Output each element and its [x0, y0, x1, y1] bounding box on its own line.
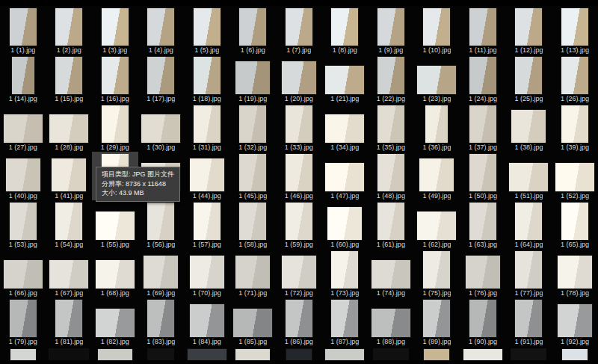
file-item[interactable]: 1 (9).jpg [368, 6, 414, 55]
file-item[interactable]: 1 (46).jpg [276, 152, 322, 200]
file-item[interactable]: 1 (21).jpg [322, 55, 369, 103]
file-item[interactable]: 1 (77).jpg [506, 249, 552, 297]
file-item[interactable]: 1 (54).jpg [46, 200, 93, 249]
file-item[interactable]: 1 (13).jpg [552, 6, 598, 55]
file-item[interactable]: 1 (5).jpg [184, 6, 230, 55]
file-item[interactable]: 1 (68).jpg [92, 249, 138, 297]
file-item[interactable]: 1 (51).jpg [506, 152, 552, 200]
file-item[interactable]: 1 (62).jpg [414, 200, 460, 249]
file-item[interactable]: 1 (6).jpg [230, 6, 277, 55]
file-item[interactable]: 1 (11).jpg [460, 6, 506, 55]
file-item[interactable]: 1 (88).jpg [368, 297, 414, 346]
file-item[interactable]: 1 (16).jpg [92, 55, 138, 103]
grid-row: 1 (79).jpg1 (81).jpg1 (82).jpg1 (83).jpg… [0, 297, 598, 346]
file-thumbnail [10, 8, 37, 46]
file-item[interactable]: 1 (39).jpg [552, 103, 598, 152]
file-item[interactable]: 1 (33).jpg [276, 103, 322, 152]
file-item[interactable]: 1 (86).jpg [276, 297, 322, 346]
file-item[interactable]: 1 (89).jpg [414, 297, 460, 346]
file-item[interactable]: 1 (69).jpg [138, 249, 185, 297]
file-item[interactable]: 1 (25).jpg [506, 55, 552, 103]
file-item[interactable]: 1 (27).jpg [0, 103, 46, 152]
file-item[interactable]: 1 (52).jpg [552, 152, 598, 200]
file-item[interactable]: 1 (44).jpg [184, 152, 230, 200]
file-item[interactable]: 1 (20).jpg [276, 55, 322, 103]
file-item[interactable]: 1 (38).jpg [506, 103, 552, 152]
file-item[interactable]: 1 (67).jpg [46, 249, 93, 297]
file-item[interactable]: 1 (57).jpg [184, 200, 230, 249]
file-item[interactable]: 1 (60).jpg [322, 200, 369, 249]
file-item[interactable]: 1 (18).jpg [184, 55, 230, 103]
file-item[interactable]: 1 (2).jpg [46, 6, 93, 55]
thumbnail-wrap [96, 250, 135, 289]
file-item[interactable]: 1 (10).jpg [414, 6, 460, 55]
file-item[interactable]: 1 (70).jpg [184, 249, 230, 297]
file-item[interactable]: 1 (65).jpg [552, 200, 598, 249]
thumbnail-wrap [102, 55, 129, 94]
file-item[interactable]: 1 (72).jpg [276, 249, 322, 297]
file-item[interactable]: 1 (31).jpg [184, 103, 230, 152]
thumbnail-wrap [561, 104, 588, 143]
file-item[interactable]: 1 (40).jpg [0, 152, 46, 200]
file-item[interactable]: 1 (78).jpg [552, 249, 598, 297]
file-item[interactable]: 1 (8).jpg [322, 6, 369, 55]
grid-row: 1 (27).jpg1 (28).jpg1 (29).jpg1 (30).jpg… [0, 103, 598, 152]
file-item[interactable]: 1 (41).jpg [46, 152, 93, 200]
file-item[interactable]: 1 (64).jpg [506, 200, 552, 249]
file-item[interactable]: 1 (71).jpg [230, 249, 277, 297]
file-item[interactable]: 1 (74).jpg [368, 249, 414, 297]
file-item[interactable]: 1 (29).jpg [92, 103, 138, 152]
file-item[interactable]: 1 (15).jpg [46, 55, 93, 103]
file-item[interactable]: 1 (22).jpg [368, 55, 414, 103]
file-item[interactable]: 1 (4).jpg [138, 6, 185, 55]
file-name-label: 1 (40).jpg [9, 191, 37, 200]
file-item[interactable]: 1 (26).jpg [552, 55, 598, 103]
file-item[interactable]: 1 (12).jpg [506, 6, 552, 55]
file-item[interactable]: 1 (76).jpg [460, 249, 506, 297]
file-item[interactable]: 1 (91).jpg [506, 297, 552, 346]
file-item[interactable]: 1 (66).jpg [0, 249, 46, 297]
file-item[interactable]: 1 (36).jpg [414, 103, 460, 152]
file-item[interactable]: 1 (48).jpg [368, 152, 414, 200]
file-item[interactable]: 1 (63).jpg [460, 200, 506, 249]
file-item[interactable]: 1 (30).jpg [138, 103, 185, 152]
file-item[interactable]: 1 (82).jpg [92, 297, 138, 346]
file-item[interactable]: 1 (49).jpg [414, 152, 460, 200]
file-item[interactable]: 1 (61).jpg [368, 200, 414, 249]
file-item[interactable]: 1 (55).jpg [92, 200, 138, 249]
file-item[interactable]: 1 (32).jpg [230, 103, 277, 152]
thumbnail-wrap [561, 7, 588, 46]
file-item[interactable]: 1 (75).jpg [414, 249, 460, 297]
file-item[interactable]: 1 (45).jpg [230, 152, 277, 200]
file-item[interactable]: 1 (34).jpg [322, 103, 369, 152]
file-item[interactable]: 1 (17).jpg [138, 55, 185, 103]
file-item[interactable]: 1 (53).jpg [0, 200, 46, 249]
file-item[interactable]: 1 (50).jpg [460, 152, 506, 200]
file-item[interactable]: 1 (73).jpg [322, 249, 369, 297]
file-item[interactable]: 1 (47).jpg [322, 152, 369, 200]
thumbnail-wrap [469, 201, 496, 240]
file-item[interactable]: 1 (56).jpg [138, 200, 185, 249]
file-item[interactable]: 1 (92).jpg [552, 297, 598, 346]
file-item[interactable]: 1 (58).jpg [230, 200, 277, 249]
thumbnail-wrap [194, 104, 221, 143]
file-item[interactable]: 1 (14).jpg [0, 55, 46, 103]
file-item[interactable]: 1 (90).jpg [460, 297, 506, 346]
file-item[interactable]: 1 (87).jpg [322, 297, 369, 346]
file-item[interactable]: 1 (23).jpg [414, 55, 460, 103]
file-item[interactable]: 1 (84).jpg [184, 297, 230, 346]
file-item[interactable]: 1 (35).jpg [368, 103, 414, 152]
file-item[interactable]: 1 (3).jpg [92, 6, 138, 55]
file-item[interactable]: 1 (37).jpg [460, 103, 506, 152]
file-item[interactable]: 1 (24).jpg [460, 55, 506, 103]
file-item[interactable]: 1 (85).jpg [230, 297, 277, 346]
file-item[interactable]: 1 (19).jpg [230, 55, 277, 103]
file-item[interactable]: 1 (59).jpg [276, 200, 322, 249]
file-item[interactable]: 1 (28).jpg [46, 103, 93, 152]
file-item[interactable]: 1 (83).jpg [138, 297, 185, 346]
file-item[interactable]: 1 (1).jpg [0, 6, 46, 55]
file-item[interactable]: 1 (7).jpg [276, 6, 322, 55]
file-item[interactable]: 1 (81).jpg [46, 297, 93, 346]
file-item[interactable]: 1 (79).jpg [0, 297, 46, 346]
file-name-label: 1 (4).jpg [149, 46, 173, 55]
